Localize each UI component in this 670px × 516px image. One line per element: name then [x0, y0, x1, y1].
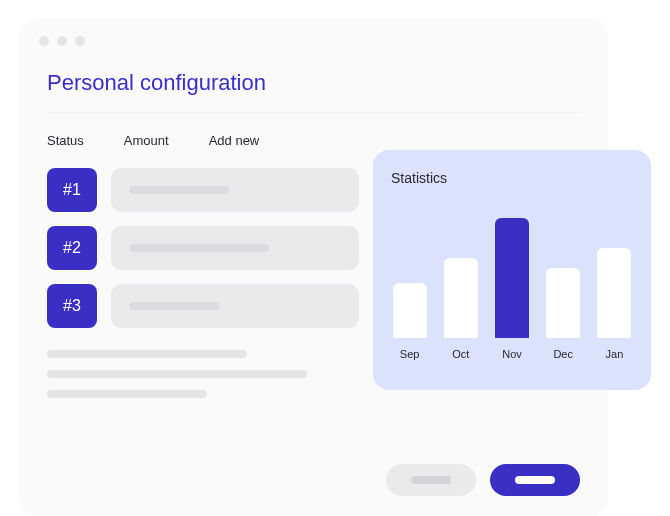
- chart-column: Oct: [442, 258, 479, 360]
- tab-status[interactable]: Status: [47, 133, 84, 148]
- placeholder-line: [129, 244, 269, 252]
- chart-month-label: Nov: [502, 348, 522, 360]
- chart-bar: [495, 218, 529, 338]
- row-content[interactable]: [111, 168, 359, 212]
- window-minimize-icon[interactable]: [57, 36, 67, 46]
- row-content[interactable]: [111, 284, 359, 328]
- placeholder-line: [47, 350, 247, 358]
- cancel-button[interactable]: [386, 464, 476, 496]
- chart-column: Sep: [391, 283, 428, 360]
- row-content[interactable]: [111, 226, 359, 270]
- tab-add-new[interactable]: Add new: [209, 133, 260, 148]
- chart-column: Dec: [545, 268, 582, 360]
- chart-column: Nov: [493, 218, 530, 360]
- chart-column: Jan: [596, 248, 633, 360]
- placeholder-line: [129, 302, 219, 310]
- statistics-title: Statistics: [391, 170, 633, 186]
- chart-bar: [546, 268, 580, 338]
- footer-actions: [386, 464, 580, 496]
- row-badge[interactable]: #3: [47, 284, 97, 328]
- placeholder-line: [47, 390, 207, 398]
- chart-bar: [444, 258, 478, 338]
- button-label-placeholder: [411, 476, 451, 484]
- row-badge[interactable]: #1: [47, 168, 97, 212]
- chart-month-label: Jan: [606, 348, 624, 360]
- window-controls: [19, 18, 608, 46]
- chart-bar: [393, 283, 427, 338]
- chart-month-label: Dec: [553, 348, 573, 360]
- primary-button[interactable]: [490, 464, 580, 496]
- page-title: Personal configuration: [19, 46, 608, 112]
- tab-amount[interactable]: Amount: [124, 133, 169, 148]
- window-maximize-icon[interactable]: [75, 36, 85, 46]
- row-badge[interactable]: #2: [47, 226, 97, 270]
- chart-bar: [597, 248, 631, 338]
- placeholder-line: [129, 186, 229, 194]
- statistics-chart: SepOctNovDecJan: [391, 200, 633, 360]
- button-label-placeholder: [515, 476, 555, 484]
- placeholder-line: [47, 370, 307, 378]
- statistics-card: Statistics SepOctNovDecJan: [373, 150, 651, 390]
- window-close-icon[interactable]: [39, 36, 49, 46]
- chart-month-label: Sep: [400, 348, 420, 360]
- chart-month-label: Oct: [452, 348, 469, 360]
